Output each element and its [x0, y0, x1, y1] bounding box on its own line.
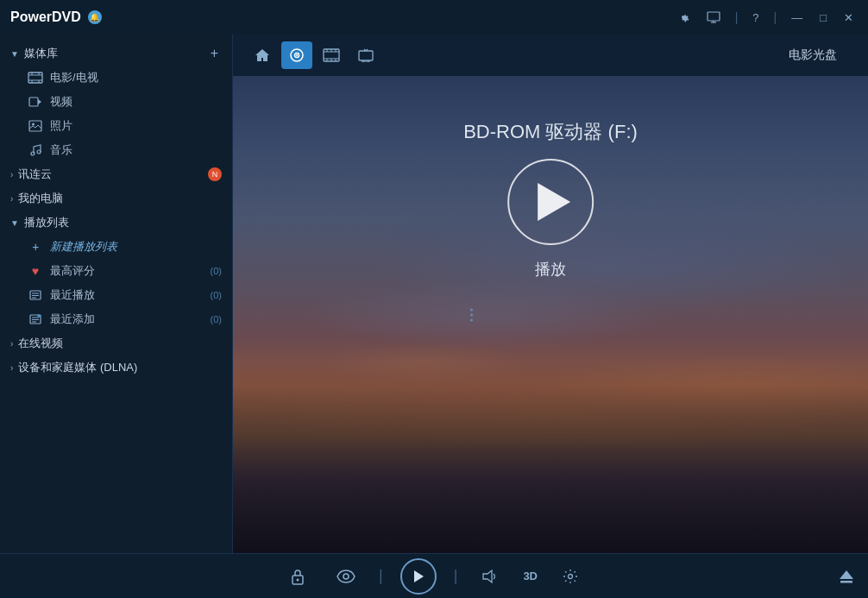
dlna-arrow: › [10, 363, 13, 373]
eye-button[interactable] [330, 561, 362, 592]
tab-home[interactable] [247, 41, 278, 69]
sidebar-item-recently-added[interactable]: 最近添加 (0) [0, 307, 232, 331]
add-media-button[interactable]: + [207, 46, 222, 61]
playlist-arrow: ▼ [10, 218, 19, 228]
tab-tv[interactable] [350, 41, 381, 69]
monitor-button[interactable] [702, 9, 725, 25]
bg-horizon [233, 362, 868, 553]
tab-movie[interactable] [316, 41, 347, 69]
background-area: BD-ROM 驱动器 (F:) 播放 [233, 76, 868, 553]
recent-play-label: 最近播放 [50, 287, 95, 303]
svg-point-15 [37, 150, 41, 154]
minimize-button[interactable]: — [787, 9, 807, 26]
svg-marker-11 [38, 99, 41, 104]
close-button[interactable]: ✕ [840, 9, 858, 26]
top-rated-count: (0) [211, 266, 222, 276]
sidebar-item-movies-tv[interactable]: 电影/电视 [0, 66, 232, 90]
play-triangle-icon [538, 183, 570, 221]
bottom-sep-2: | [454, 567, 458, 585]
recently-added-label: 最近添加 [50, 312, 95, 327]
media-library-arrow: ▼ [10, 49, 19, 59]
toolbar: 电影光盘 [233, 35, 868, 76]
media-library-label: 媒体库 [24, 46, 207, 61]
heart-icon: ♥ [28, 265, 43, 277]
notification-badge[interactable]: 🔔 [88, 10, 102, 24]
movies-tv-label: 电影/电视 [50, 70, 98, 85]
tab-disc[interactable] [281, 41, 312, 69]
sidebar: ▼ 媒体库 + 电影/电视 [0, 35, 233, 553]
svg-rect-3 [28, 72, 42, 83]
title-bar-controls: | ? | — □ ✕ [673, 9, 858, 26]
videos-icon [28, 96, 43, 108]
svg-line-26 [39, 315, 41, 317]
recent-play-count: (0) [211, 290, 222, 300]
recently-added-count: (0) [211, 314, 222, 324]
photos-label: 照片 [50, 118, 72, 134]
content-area: 电影光盘 BD-ROM 驱动器 (F:) 播放 [233, 35, 868, 553]
svg-point-50 [569, 574, 573, 578]
3d-button[interactable]: 3D [523, 570, 538, 582]
svg-rect-39 [359, 51, 373, 60]
play-label: 播放 [535, 259, 566, 280]
bottom-bar: | | 3D [0, 553, 868, 598]
svg-rect-0 [708, 12, 720, 21]
toolbar-section-title: 电影光盘 [789, 47, 854, 63]
movies-tv-icon [28, 72, 43, 84]
title-bar-left: PowerDVD 🔔 [10, 9, 102, 25]
lock-button[interactable] [282, 561, 313, 592]
play-button[interactable] [507, 159, 594, 245]
sidebar-section-online-videos[interactable]: › 在线视频 [0, 331, 232, 356]
sidebar-item-photos[interactable]: 照片 [0, 114, 232, 138]
settings-button[interactable] [673, 9, 694, 25]
separator-2: | [774, 10, 777, 24]
svg-marker-51 [840, 570, 853, 579]
svg-point-14 [31, 152, 35, 155]
sidebar-section-dlna[interactable]: › 设备和家庭媒体 (DLNA) [0, 356, 232, 380]
bottom-settings-button[interactable] [555, 561, 586, 592]
maximize-button[interactable]: □ [815, 9, 831, 26]
eject-button[interactable] [839, 569, 854, 584]
svg-marker-49 [483, 570, 492, 582]
playlist-label: 播放列表 [24, 215, 222, 230]
music-label: 音乐 [50, 142, 72, 158]
new-playlist-icon: + [28, 241, 43, 253]
svg-rect-10 [29, 98, 38, 106]
sidebar-item-top-rated[interactable]: ♥ 最高评分 (0) [0, 259, 232, 283]
xunlei-label: 讯连云 [18, 167, 208, 182]
online-videos-label: 在线视频 [18, 336, 222, 351]
separator-1: | [735, 10, 739, 24]
sidebar-section-playlist[interactable]: ▼ 播放列表 [0, 211, 232, 235]
sidebar-item-new-playlist[interactable]: + 新建播放列表 [0, 235, 232, 259]
dlna-label: 设备和家庭媒体 (DLNA) [18, 360, 222, 375]
top-rated-label: 最高评分 [50, 263, 95, 279]
app-title: PowerDVD [10, 9, 81, 25]
sidebar-item-recent-play[interactable]: 最近播放 (0) [0, 283, 232, 307]
drive-title: BD-ROM 驱动器 (F:) [463, 119, 638, 145]
play-overlay: BD-ROM 驱动器 (F:) 播放 [463, 119, 638, 280]
online-videos-arrow: › [10, 339, 13, 349]
videos-label: 视频 [50, 94, 72, 110]
photos-icon [28, 120, 43, 132]
recently-added-icon [28, 313, 43, 325]
recent-play-icon [28, 289, 43, 301]
main-layout: ▼ 媒体库 + 电影/电视 [0, 35, 868, 553]
svg-point-29 [296, 54, 298, 56]
svg-point-46 [297, 578, 299, 581]
bottom-play-button[interactable] [400, 558, 437, 595]
sidebar-item-videos[interactable]: 视频 [0, 90, 232, 114]
sidebar-section-media-library[interactable]: ▼ 媒体库 + [0, 41, 232, 66]
svg-point-47 [343, 574, 349, 579]
svg-rect-12 [29, 121, 41, 131]
volume-button[interactable] [475, 561, 506, 592]
bottom-sep-1: | [379, 567, 383, 585]
sidebar-item-music[interactable]: 音乐 [0, 138, 232, 162]
my-pc-arrow: › [10, 194, 13, 204]
new-playlist-label: 新建播放列表 [50, 239, 117, 255]
sidebar-section-my-pc[interactable]: › 我的电脑 [0, 186, 232, 211]
help-button[interactable]: ? [748, 9, 763, 26]
svg-marker-48 [414, 570, 424, 582]
sidebar-section-xunlei[interactable]: › 讯连云 N [0, 162, 232, 186]
sidebar-collapse-handle[interactable] [466, 308, 476, 321]
svg-point-13 [32, 123, 35, 126]
svg-rect-52 [840, 581, 852, 583]
